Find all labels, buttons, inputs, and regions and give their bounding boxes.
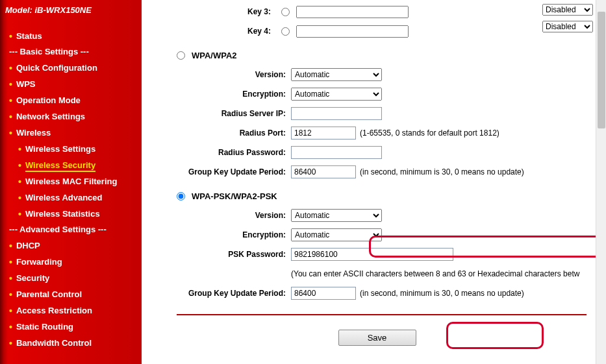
sidebar-item-static-routing[interactable]: •Static Routing	[0, 319, 142, 335]
sidebar-item-label: DHCP	[16, 241, 40, 250]
sidebar-item-label: Wireless MAC Filtering	[25, 176, 117, 186]
psk-gkup-input[interactable]	[291, 287, 356, 300]
sidebar-item-security[interactable]: •Security	[0, 270, 142, 286]
key3-state-select[interactable]: Disabled	[542, 4, 593, 16]
psk-section-header: WPA-PSK/WPA2-PSK	[177, 191, 593, 201]
bullet-icon: •	[9, 63, 12, 73]
sidebar-item-basic-settings: --- Basic Settings ---	[0, 44, 142, 60]
wpa-gkup-label: Group Key Update Period:	[161, 167, 291, 176]
sidebar-item-wireless-settings[interactable]: •Wireless Settings	[0, 141, 142, 157]
psk-gkup-label: Group Key Update Period:	[161, 289, 291, 298]
sidebar-item-label: Quick Configuration	[16, 63, 97, 73]
sidebar-item-wireless-mac-filtering[interactable]: •Wireless MAC Filtering	[0, 173, 142, 189]
model-label: Model: iB-WRX150NE	[0, 3, 142, 28]
psk-password-input[interactable]	[291, 248, 453, 261]
bullet-icon: •	[9, 112, 12, 122]
key3-state-wrap: Disabled	[542, 4, 593, 16]
sidebar-item-dhcp[interactable]: •DHCP	[0, 237, 142, 254]
bullet-icon: •	[9, 79, 12, 90]
wpa-encryption-label: Encryption:	[161, 90, 291, 99]
wpa-version-select[interactable]: Automatic	[291, 68, 382, 81]
psk-radio[interactable]	[177, 192, 185, 200]
scrollbar-thumb[interactable]	[598, 12, 605, 128]
psk-version-label: Version:	[161, 211, 291, 220]
sidebar-item-label: Wireless Statistics	[25, 209, 100, 219]
psk-gkup-hint: (in second, minimum is 30, 0 means no up…	[360, 289, 524, 298]
nav-list: •Status--- Basic Settings ---•Quick Conf…	[0, 28, 142, 351]
bullet-icon: •	[9, 338, 12, 348]
bullet-icon: •	[9, 95, 12, 106]
key4-input[interactable]	[296, 25, 409, 38]
sidebar-item-wps[interactable]: •WPS	[0, 76, 142, 92]
wpa-radius-ip-input[interactable]	[291, 107, 382, 120]
bullet-icon: •	[9, 289, 12, 300]
bullet-icon: •	[18, 160, 21, 171]
wpa-radius-port-input[interactable]	[291, 127, 356, 140]
sidebar-item-label: Security	[16, 273, 49, 283]
sidebar-item-label: Parental Control	[16, 289, 82, 299]
sidebar-item-operation-mode[interactable]: •Operation Mode	[0, 92, 142, 108]
psk-encryption-select[interactable]: Automatic	[291, 228, 382, 241]
wpa-radio[interactable]	[177, 51, 185, 60]
sidebar-item-label: Bandwidth Control	[16, 338, 92, 348]
wpa-radius-port-hint: (1-65535, 0 stands for default port 1812…	[360, 128, 499, 138]
key4-radio[interactable]	[281, 27, 290, 36]
sidebar-item-label: WPS	[16, 79, 36, 89]
sidebar-item-label: Forwarding	[16, 257, 62, 267]
wpa-section-header: WPA/WPA2	[177, 51, 593, 60]
bullet-icon: •	[18, 176, 21, 187]
wpa-radius-pwd-input[interactable]	[291, 146, 382, 159]
sidebar-item-label: Access Restriction	[16, 306, 92, 315]
bullet-icon: •	[9, 273, 12, 284]
sidebar-item-label: Status	[16, 31, 42, 41]
psk-encryption-label: Encryption:	[161, 230, 291, 239]
sidebar-item-advanced-settings: --- Advanced Settings ---	[0, 222, 142, 237]
sidebar-item-access-restriction[interactable]: •Access Restriction	[0, 302, 142, 319]
sidebar-item-label: Wireless Security	[25, 160, 95, 172]
sidebar-item-wireless-security[interactable]: •Wireless Security	[0, 157, 142, 173]
key4-state-select[interactable]: Disabled	[542, 21, 593, 32]
wpa-version-label: Version:	[161, 70, 291, 79]
sidebar-item-label: --- Advanced Settings ---	[9, 224, 107, 234]
sidebar-item-wireless-statistics[interactable]: •Wireless Statistics	[0, 206, 142, 222]
bullet-icon: •	[9, 257, 12, 267]
wpa-radius-ip-label: Radius Server IP:	[161, 109, 291, 118]
wpa-title: WPA/WPA2	[192, 51, 237, 60]
sidebar-item-network-settings[interactable]: •Network Settings	[0, 108, 142, 125]
sidebar: Model: iB-WRX150NE •Status--- Basic Sett…	[0, 0, 142, 364]
bullet-icon: •	[9, 128, 12, 138]
wpa-gkup-input[interactable]	[291, 165, 356, 178]
psk-title: WPA-PSK/WPA2-PSK	[192, 191, 277, 201]
wpa-gkup-hint: (in second, minimum is 30, 0 means no up…	[360, 167, 524, 176]
bullet-icon: •	[9, 31, 12, 42]
bullet-icon: •	[9, 322, 12, 332]
sidebar-item-forwarding[interactable]: •Forwarding	[0, 254, 142, 270]
bullet-icon: •	[9, 241, 12, 251]
wpa-radius-pwd-label: Radius Password:	[161, 148, 291, 157]
sidebar-item-status[interactable]: •Status	[0, 28, 142, 44]
sidebar-item-label: --- Basic Settings ---	[9, 47, 89, 56]
save-button[interactable]: Save	[338, 330, 416, 346]
sidebar-item-label: Wireless Settings	[25, 144, 95, 154]
psk-password-label: PSK Password:	[161, 250, 291, 259]
key3-label: Key 3:	[161, 7, 275, 16]
key3-input[interactable]	[296, 6, 409, 18]
main-content: Key 3: Key 4: Disabled Disabled WPA/WPA2…	[142, 0, 606, 364]
bullet-icon: •	[18, 209, 21, 219]
key4-state-wrap: Disabled	[542, 21, 593, 32]
psk-version-select[interactable]: Automatic	[291, 209, 382, 222]
sidebar-item-label: Network Settings	[16, 112, 85, 121]
bullet-icon: •	[18, 193, 21, 203]
bullet-icon: •	[18, 144, 21, 154]
sidebar-item-parental-control[interactable]: •Parental Control	[0, 286, 142, 302]
sidebar-item-bandwidth-control[interactable]: •Bandwidth Control	[0, 335, 142, 351]
sidebar-item-wireless[interactable]: •Wireless	[0, 125, 142, 141]
wpa-radius-port-label: Radius Port:	[161, 128, 291, 138]
key3-radio[interactable]	[281, 8, 290, 16]
sidebar-item-label: Static Routing	[16, 322, 73, 332]
key4-label: Key 4:	[161, 27, 275, 36]
wpa-encryption-select[interactable]: Automatic	[291, 88, 382, 101]
sidebar-item-wireless-advanced[interactable]: •Wireless Advanced	[0, 189, 142, 206]
sidebar-item-quick-configuration[interactable]: •Quick Configuration	[0, 60, 142, 76]
scrollbar[interactable]	[596, 0, 606, 364]
